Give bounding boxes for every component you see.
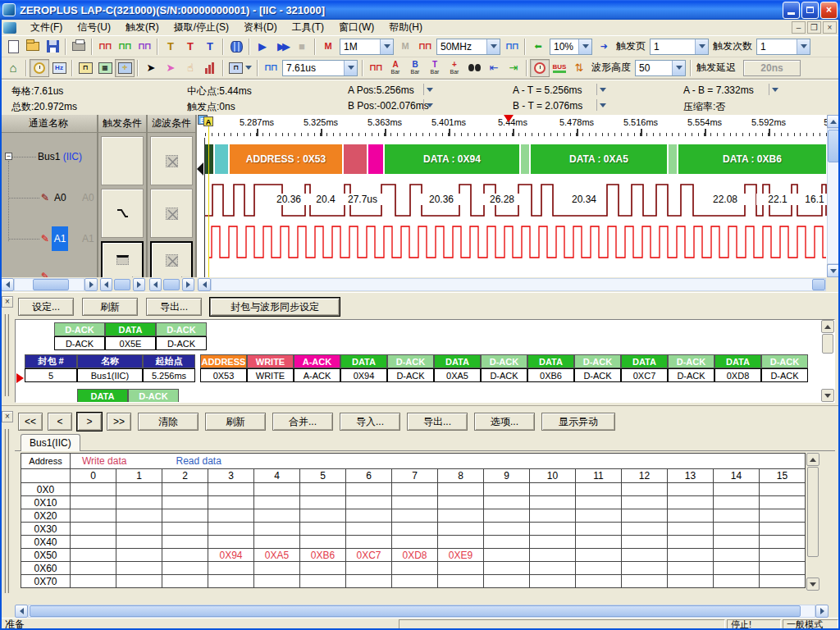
data-cell[interactable] (300, 496, 346, 509)
b-bar-button[interactable]: BBar (405, 61, 425, 75)
data-cell[interactable] (576, 575, 622, 588)
trigger-cell-a0[interactable] (101, 189, 144, 238)
scroll-up-button[interactable] (806, 453, 819, 466)
data-cell[interactable] (530, 496, 576, 509)
scroll-left-button[interactable] (1, 278, 14, 291)
data-cell[interactable] (760, 562, 806, 575)
data-cell[interactable] (760, 523, 806, 536)
minimize-button[interactable] (783, 2, 800, 19)
expand-collapse-button[interactable]: ⇅ (569, 59, 589, 77)
tree-collapse-icon[interactable]: − (5, 153, 12, 160)
data-cell[interactable] (392, 523, 438, 536)
channel-a0[interactable]: A0 (54, 192, 66, 203)
find-button[interactable] (464, 59, 484, 77)
packet-info-value[interactable]: Bus1(IIC) (77, 368, 143, 382)
data-cell[interactable] (116, 509, 162, 523)
packet-value-cell[interactable]: D-ACK (574, 368, 621, 382)
data-cell[interactable] (71, 575, 116, 588)
dropdown-button[interactable] (380, 39, 393, 54)
packet-value-cell[interactable]: 0X94 (340, 368, 387, 382)
sample-rate-combo[interactable]: 50MHz (436, 39, 500, 55)
splitter-collapse-icon[interactable] (197, 162, 203, 176)
data-cell[interactable] (116, 549, 162, 562)
data-cell[interactable] (668, 536, 714, 549)
data-cell[interactable] (438, 575, 484, 588)
read-data-legend[interactable]: Read data (176, 455, 221, 467)
bus-view-button[interactable]: BUS (550, 59, 569, 77)
mdi-restore-button[interactable]: ❒ (807, 21, 821, 34)
restore-button[interactable] (801, 2, 819, 19)
repeat-run-button[interactable]: ▶▶ (272, 38, 292, 56)
nav-prev-button[interactable]: < (48, 413, 72, 431)
data-cell[interactable] (438, 562, 484, 575)
data-cell[interactable] (576, 496, 622, 509)
multi-select-button[interactable]: ➤ (161, 59, 180, 77)
data-cell[interactable] (484, 496, 530, 509)
trigger-cell-bus1[interactable] (101, 136, 144, 185)
data-cell[interactable] (208, 523, 254, 536)
waveform-view[interactable]: 5.287ms5.325ms5.363ms5.401ms5.44ms5.478m… (197, 115, 827, 277)
scroll-up-button[interactable] (821, 320, 834, 333)
data-cell[interactable] (392, 575, 438, 588)
data-cell[interactable] (714, 562, 760, 575)
trigger-content-button[interactable]: T (161, 38, 180, 56)
print-button[interactable] (69, 38, 89, 56)
data-cell[interactable]: 0X94 (208, 549, 254, 562)
data-cell[interactable] (484, 575, 530, 588)
data-cell[interactable] (162, 562, 208, 575)
hand-tool-button[interactable]: ☝ (180, 59, 200, 77)
refresh-button[interactable]: 刷新 (205, 413, 266, 431)
export-button[interactable]: 导出... (407, 413, 468, 431)
menu-item-1[interactable]: 信号(U) (70, 19, 118, 36)
waveform-display-button[interactable]: ⊓ (226, 59, 254, 77)
data-cell[interactable] (622, 523, 668, 536)
trigger-count-combo[interactable]: 1 (756, 39, 810, 55)
data-cell[interactable] (254, 575, 300, 588)
data-cell[interactable] (162, 536, 208, 549)
data-cell[interactable] (530, 562, 576, 575)
data-cell[interactable] (438, 496, 484, 509)
options-button[interactable]: 选项... (474, 413, 535, 431)
frequency-view-button[interactable]: Hz (49, 59, 69, 77)
data-cell[interactable] (162, 496, 208, 509)
scroll-left-button[interactable] (198, 278, 211, 291)
data-cell[interactable] (162, 483, 208, 496)
data-cell[interactable] (668, 523, 714, 536)
scroll-thumb[interactable] (30, 605, 801, 617)
pulse-search-button[interactable]: ⊓⊓ (366, 59, 386, 77)
new-file-button[interactable] (3, 38, 23, 56)
packet-value-cell[interactable]: WRITE (247, 368, 294, 382)
filter-cell-a0[interactable] (150, 189, 193, 238)
data-cell[interactable] (208, 509, 254, 523)
stop-button[interactable]: ■ (292, 38, 312, 56)
data-cell[interactable] (622, 562, 668, 575)
data-cell[interactable] (576, 483, 622, 496)
nav-next-button[interactable]: > (77, 413, 102, 431)
table-hscrollbar[interactable] (15, 605, 829, 618)
scroll-down-button[interactable] (821, 389, 834, 402)
data-cell[interactable] (116, 575, 162, 588)
merge-button[interactable]: 合并... (272, 413, 333, 431)
packet-value-cell[interactable]: 0XB6 (527, 368, 574, 382)
menu-item-4[interactable]: 资料(D) (236, 19, 285, 36)
data-cell[interactable] (760, 509, 806, 523)
data-cell[interactable] (116, 496, 162, 509)
packet-info-value[interactable]: 5.256ms (143, 368, 195, 382)
data-cell[interactable] (71, 549, 116, 562)
data-cell[interactable]: 0XC7 (346, 549, 392, 562)
data-cell[interactable] (438, 509, 484, 523)
data-cell[interactable] (622, 509, 668, 523)
show-changes-button[interactable]: 显示异动 (541, 413, 615, 431)
trigger-cell-a1[interactable] (101, 241, 144, 277)
data-cell[interactable] (714, 483, 760, 496)
scroll-down-button[interactable] (806, 578, 819, 591)
data-cell[interactable] (622, 496, 668, 509)
data-cell[interactable] (668, 483, 714, 496)
data-cell[interactable] (484, 549, 530, 562)
data-cell[interactable] (116, 523, 162, 536)
scroll-thumb[interactable] (822, 334, 833, 354)
scroll-right-button[interactable] (815, 605, 829, 618)
data-cell[interactable] (116, 536, 162, 549)
scroll-left-button[interactable] (149, 278, 162, 291)
packet-value-cell[interactable]: D-ACK (156, 336, 207, 350)
